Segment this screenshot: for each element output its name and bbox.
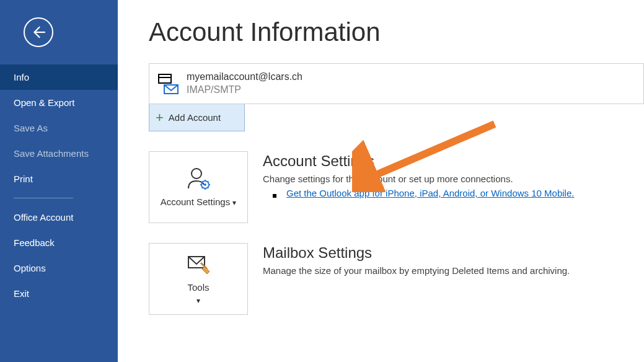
chevron-down-icon: ▾ [232,198,236,207]
sidebar-item-feedback[interactable]: Feedback [0,230,118,255]
svg-marker-17 [202,267,210,274]
add-account-label: Add Account [169,112,221,123]
account-settings-tile-label: Account Settings ▾ [161,196,237,209]
sidebar-separator [14,198,73,198]
person-gear-icon [186,166,211,191]
sidebar-menu: Info Open & Export Save As Save Attachme… [0,64,118,306]
sidebar-item-office-account[interactable]: Office Account [0,205,118,230]
envelope-broom-icon [186,252,211,276]
sidebar-item-exit[interactable]: Exit [0,281,118,306]
account-selector[interactable]: myemailaccount@lcars.ch IMAP/SMTP [149,63,644,104]
svg-rect-1 [159,74,171,83]
account-settings-title: Account Settings [263,152,644,170]
plus-icon: + [156,110,164,126]
account-text: myemailaccount@lcars.ch IMAP/SMTP [187,71,302,97]
account-protocol: IMAP/SMTP [187,83,302,97]
section-mailbox-settings: Tools▾ Mailbox Settings Manage the size … [149,243,644,315]
bullet-icon [273,194,276,198]
sidebar-item-open-export[interactable]: Open & Export [0,90,118,115]
main-content: Account Information myemailaccount@lcars… [118,0,644,362]
sidebar-item-options[interactable]: Options [0,255,118,281]
svg-point-6 [204,183,206,186]
tools-tile[interactable]: Tools▾ [149,243,248,315]
account-settings-desc: Change settings for this account or set … [263,174,644,184]
svg-line-13 [208,181,209,182]
tools-tile-label: Tools▾ [187,281,209,307]
svg-line-11 [202,181,203,182]
svg-line-14 [202,187,203,188]
sidebar-item-save-as: Save As [0,115,118,141]
mailbox-icon [157,73,179,95]
back-button[interactable] [24,17,53,47]
get-outlook-app-link[interactable]: Get the Outlook app for iPhone, iPad, An… [286,188,574,198]
section-account-settings: Account Settings ▾ Account Settings Chan… [149,151,644,223]
sidebar-item-info[interactable]: Info [0,64,118,90]
sidebar-item-print[interactable]: Print [0,166,118,192]
mailbox-settings-desc: Manage the size of your mailbox by empty… [263,265,644,276]
page-title: Account Information [149,17,644,47]
sidebar-item-save-attachments: Save Attachments [0,141,118,166]
back-arrow-icon [30,24,46,40]
account-email: myemailaccount@lcars.ch [187,71,302,83]
mailbox-settings-title: Mailbox Settings [263,244,644,262]
backstage-sidebar: Info Open & Export Save As Save Attachme… [0,0,118,362]
account-icon [157,73,179,95]
account-settings-tile[interactable]: Account Settings ▾ [149,151,248,223]
svg-point-4 [192,169,201,179]
add-account-button[interactable]: + Add Account [149,104,245,131]
svg-line-12 [208,187,209,188]
chevron-down-icon: ▾ [196,296,200,305]
